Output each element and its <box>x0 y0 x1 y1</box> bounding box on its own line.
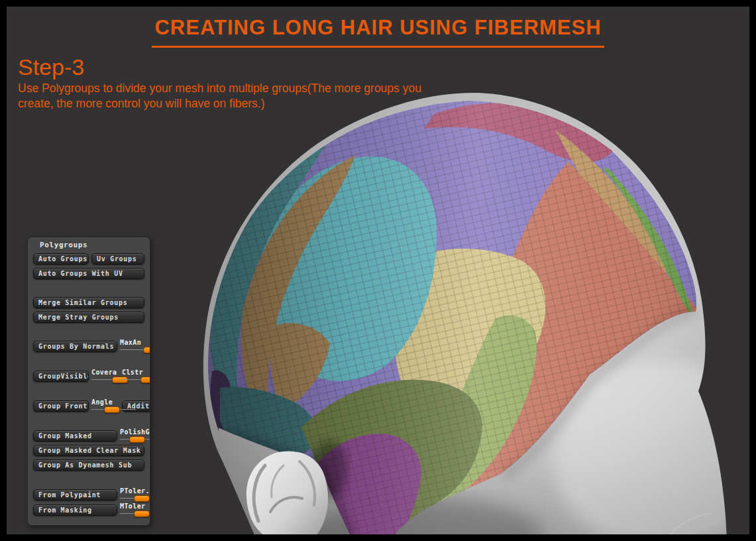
groups-by-normals-button[interactable]: Groups By Normals <box>33 341 117 352</box>
maxangle-slider[interactable]: MaxAn <box>120 339 150 353</box>
coverage-slider-label: Covera <box>91 369 119 376</box>
angle-slider-label: Angle <box>91 398 119 406</box>
uv-groups-button[interactable]: Uv Groups <box>91 253 144 265</box>
mtolerance-slider[interactable]: MToler <box>120 503 150 516</box>
group-visible-button[interactable]: GroupVisible <box>33 371 89 382</box>
step-description: Use Polygroups to divide your mesh into … <box>18 81 429 111</box>
from-polypaint-button[interactable]: From Polypaint <box>33 489 117 501</box>
from-masking-button[interactable]: From Masking <box>33 505 117 516</box>
ptolerance-slider[interactable]: PToler. <box>120 487 150 501</box>
maxangle-slider-track[interactable] <box>120 347 150 353</box>
angle-slider-handle[interactable] <box>104 406 120 413</box>
merge-stray-groups-button[interactable]: Merge Stray Groups <box>33 312 144 323</box>
ptolerance-slider-track[interactable] <box>120 495 150 501</box>
angle-slider[interactable]: Angle <box>91 398 119 412</box>
group-as-dynamesh-sub-button[interactable]: Group As Dynamesh Sub <box>33 459 144 471</box>
ptolerance-slider-label: PToler. <box>120 487 150 495</box>
cluster-slider-label: Clstr <box>122 369 150 376</box>
coverage-slider[interactable]: Covera <box>91 369 119 383</box>
cluster-slider-handle[interactable] <box>140 377 150 383</box>
polish-slider-label: PolishG <box>120 428 150 436</box>
mtolerance-slider-handle[interactable] <box>134 511 150 517</box>
polygroups-panel: Polygroups Auto Groups Uv Groups Auto Gr… <box>27 237 150 526</box>
merge-similar-groups-button[interactable]: Merge Similar Groups <box>33 297 144 308</box>
panel-title: Polygroups <box>40 241 150 250</box>
cluster-slider[interactable]: Clstr <box>122 369 150 383</box>
angle-slider-track[interactable] <box>91 406 136 412</box>
tutorial-canvas: CREATING LONG HAIR USING FIBERMESH Step-… <box>7 7 749 534</box>
polish-slider[interactable]: PolishG <box>120 428 150 442</box>
group-masked-clear-mask-button[interactable]: Group Masked Clear Mask <box>33 445 144 456</box>
polish-slider-track[interactable] <box>120 436 150 442</box>
maxangle-slider-handle[interactable] <box>143 347 150 353</box>
step-heading: Step-3 <box>18 54 84 80</box>
polish-slider-handle[interactable] <box>129 436 145 443</box>
page-title: CREATING LONG HAIR USING FIBERMESH <box>7 16 749 48</box>
auto-groups-button[interactable]: Auto Groups <box>33 253 89 265</box>
mtolerance-slider-track[interactable] <box>120 511 150 516</box>
group-front-button[interactable]: Group Front <box>33 400 89 412</box>
ear <box>246 451 328 535</box>
auto-groups-with-uv-button[interactable]: Auto Groups With UV <box>33 268 144 279</box>
mtolerance-slider-label: MToler <box>120 503 150 510</box>
cluster-slider-track[interactable] <box>122 377 150 383</box>
ptolerance-slider-handle[interactable] <box>134 495 150 502</box>
group-masked-button[interactable]: Group Masked <box>33 430 117 442</box>
maxangle-slider-label: MaxAn <box>120 339 150 346</box>
